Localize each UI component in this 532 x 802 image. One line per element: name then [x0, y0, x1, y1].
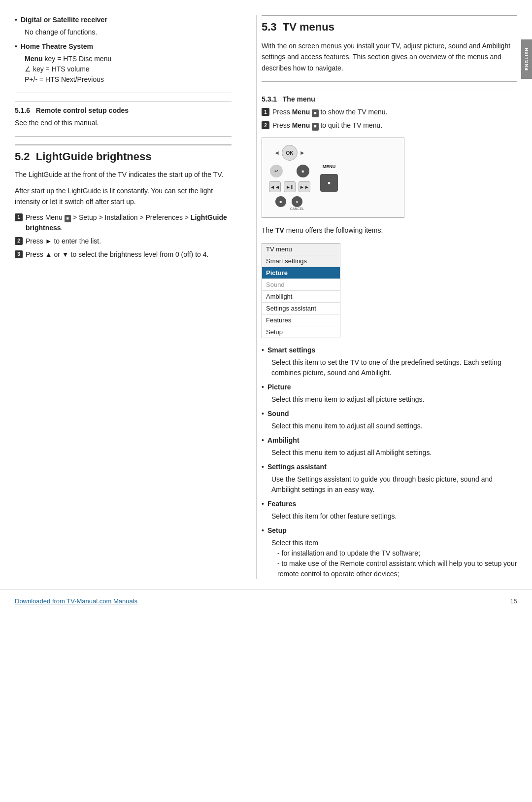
desc-smart-settings: Smart settings [262, 345, 517, 355]
step-text-1: Press Menu ■ > Setup > Installation > Pr… [26, 212, 232, 233]
step-1: 1 Press Menu ■ > Setup > Installation > … [15, 212, 232, 233]
step-num-2: 2 [15, 237, 23, 245]
section-52-para1: The LightGuide at the front of the TV in… [15, 169, 232, 180]
language-label: ENGLISH [524, 47, 529, 70]
tv-menu-row-settings-assistant: Settings assistant [262, 303, 340, 314]
desc-settings-assistant-text: Use the Settings assistant to guide you … [262, 474, 517, 495]
step-num-1: 1 [15, 213, 23, 221]
hts-line-1: Menu key = HTS Disc menu [15, 54, 232, 64]
tv-menu-row-picture: Picture [262, 267, 340, 279]
stop-button: ● [292, 196, 302, 207]
ok-row: ◄ OK ► [274, 145, 305, 161]
section-52-para2: After start up the LightGuide is lit con… [15, 185, 232, 208]
menu-center-button: ■ [297, 165, 309, 177]
section-531-steps: 1 Press Menu ■ to show the TV menu. 2 Pr… [262, 107, 517, 131]
section-531-heading: 5.3.1 The menu [262, 90, 517, 103]
step-531-2: 2 Press Menu ■ to quit the TV menu. [262, 120, 517, 131]
tv-menu-row-sound: Sound [262, 279, 340, 291]
hts-line-2: ∠ key = HTS volume [15, 64, 232, 74]
page-container: ENGLISH Digital or Satellite receiver No… [0, 0, 532, 802]
fastforward-button: ►► [299, 181, 310, 192]
play-pause-button: ►II [284, 181, 296, 192]
step-531-num-2: 2 [262, 121, 269, 129]
bullet-digital-satellite: Digital or Satellite receiver [15, 15, 232, 25]
desc-picture-text: Select this menu item to adjust all pict… [262, 394, 517, 405]
desc-features: Features [262, 499, 517, 509]
footer: Downloaded from TV-Manual.com Manuals 15 [0, 589, 532, 613]
record-button: ■ [275, 196, 286, 207]
menu-label-right: MENU [323, 164, 336, 169]
menu-descriptions: Smart settings Select this item to set t… [262, 345, 517, 579]
tv-menu-intro: The TV menu offers the following items: [262, 225, 517, 236]
remote-right-buttons: MENU ■ [320, 164, 338, 192]
step-531-text-1: Press Menu ■ to show the TV menu. [272, 107, 517, 117]
section-53-heading: 5.3 TV menus [262, 15, 517, 34]
desc-picture: Picture [262, 382, 517, 392]
desc-smart-text: Select this item to set the TV to one of… [262, 357, 517, 378]
content-columns: Digital or Satellite receiver No change … [0, 0, 532, 579]
desc-setup-text: Select this item [262, 538, 517, 548]
language-tab: ENGLISH [521, 39, 532, 79]
footer-page-number: 15 [510, 597, 517, 605]
bottom-row: ■ ● CANCEL [275, 196, 304, 210]
section-516-body: See the end of this manual. [15, 117, 232, 128]
bullet-hts: Home Theatre System [15, 41, 232, 52]
desc-sound-text: Select this menu item to adjust all soun… [262, 421, 517, 431]
desc-features-text: Select this item for other feature setti… [262, 511, 517, 522]
cancel-label: CANCEL [290, 207, 304, 210]
section-52-heading: 5.2 LightGuide brightness [15, 144, 232, 163]
back-button: ↩ [270, 165, 283, 177]
nav-row-top: ↩ ■ [270, 165, 309, 177]
divider-531 [262, 81, 517, 82]
hts-line-3: P+/- = HTS Next/Previous [15, 74, 232, 85]
bullet-label-hts: Home Theatre System [21, 42, 93, 50]
section-516-heading: 5.1.6 Remote control setup codes [15, 101, 232, 114]
step-531-num-1: 1 [262, 108, 269, 116]
desc-setup: Setup [262, 525, 517, 536]
ok-button: OK [282, 145, 298, 161]
menu-button-large: ■ [320, 174, 338, 192]
rewind-button: ◄◄ [269, 181, 281, 192]
bullet-label-digital: Digital or Satellite receiver [21, 16, 107, 24]
desc-settings-assistant: Settings assistant [262, 462, 517, 472]
step-3: 3 Press ▲ or ▼ to select the brightness … [15, 249, 232, 260]
step-531-1: 1 Press Menu ■ to show the TV menu. [262, 107, 517, 117]
tv-menu-row-smart: Smart settings [262, 255, 340, 267]
desc-ambilight-text: Select this menu item to adjust all Ambi… [262, 448, 517, 458]
media-row: ◄◄ ►II ►► [269, 181, 310, 192]
tv-menu-row-features: Features [262, 314, 340, 326]
desc-setup-sub2: - to make use of the Remote control assi… [262, 558, 517, 579]
remote-left-buttons: ◄ OK ► ↩ ■ [269, 145, 310, 210]
step-num-3: 3 [15, 250, 23, 258]
nav-cluster: ↩ ■ [270, 165, 309, 177]
section-52-steps: 1 Press Menu ■ > Setup > Installation > … [15, 212, 232, 260]
right-column: 5.3 TV menus With the on screen menus yo… [256, 15, 517, 579]
footer-link[interactable]: Downloaded from TV-Manual.com Manuals [15, 597, 137, 605]
tv-menu-row-ambilight: Ambilight [262, 291, 340, 303]
divider-52 [15, 136, 232, 137]
desc-setup-sub1: - for installation and to update the TV … [262, 548, 517, 558]
tv-menu-table: TV menu Smart settings Picture Sound Amb… [262, 243, 340, 338]
remote-diagram: ◄ OK ► ↩ ■ [262, 138, 404, 218]
desc-sound: Sound [262, 409, 517, 419]
divider-516 [15, 93, 232, 93]
desc-ambilight: Ambilight [262, 435, 517, 446]
step-531-text-2: Press Menu ■ to quit the TV menu. [272, 120, 517, 131]
remote-inner: ◄ OK ► ↩ ■ [269, 145, 397, 210]
step-2: 2 Press ► to enter the list. [15, 236, 232, 246]
step-text-2: Press ► to enter the list. [26, 236, 232, 246]
tv-menu-row-header: TV menu [262, 244, 340, 255]
section-53-para: With the on screen menus you install you… [262, 40, 517, 73]
bullet-sub-digital: No change of functions. [15, 27, 232, 37]
step-text-3: Press ▲ or ▼ to select the brightness le… [26, 249, 232, 260]
left-column: Digital or Satellite receiver No change … [15, 15, 241, 579]
tv-menu-row-setup: Setup [262, 326, 340, 338]
